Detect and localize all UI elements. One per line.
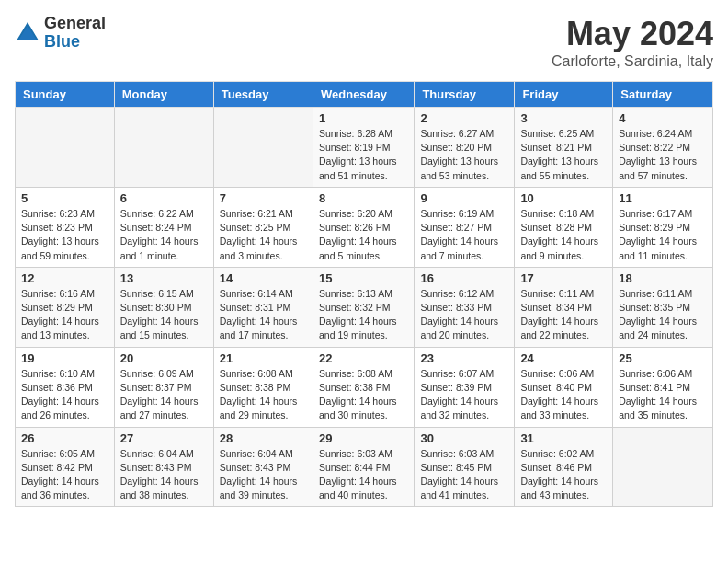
- calendar-cell: 19Sunrise: 6:10 AM Sunset: 8:36 PM Dayli…: [16, 347, 115, 427]
- day-number: 23: [420, 351, 508, 365]
- day-number: 29: [319, 431, 408, 445]
- page-header: General Blue May 2024 Carloforte, Sardin…: [15, 15, 713, 70]
- calendar-cell: 11Sunrise: 6:17 AM Sunset: 8:29 PM Dayli…: [613, 187, 713, 267]
- day-number: 13: [120, 271, 208, 285]
- title-block: May 2024 Carloforte, Sardinia, Italy: [552, 15, 713, 70]
- day-number: 15: [319, 271, 408, 285]
- calendar-cell: 21Sunrise: 6:08 AM Sunset: 8:38 PM Dayli…: [213, 347, 313, 427]
- day-info: Sunrise: 6:23 AM Sunset: 8:23 PM Dayligh…: [21, 207, 108, 263]
- calendar-table: SundayMondayTuesdayWednesdayThursdayFrid…: [15, 81, 713, 507]
- logo-icon: [15, 20, 40, 46]
- day-number: 5: [21, 191, 108, 205]
- calendar-cell: 13Sunrise: 6:15 AM Sunset: 8:30 PM Dayli…: [114, 267, 213, 347]
- calendar-cell: 15Sunrise: 6:13 AM Sunset: 8:32 PM Dayli…: [313, 267, 414, 347]
- day-number: 21: [220, 351, 307, 365]
- day-number: 6: [120, 191, 208, 205]
- day-number: 24: [520, 351, 607, 365]
- calendar-cell: 27Sunrise: 6:04 AM Sunset: 8:43 PM Dayli…: [114, 427, 213, 507]
- day-number: 11: [619, 191, 707, 205]
- day-info: Sunrise: 6:12 AM Sunset: 8:33 PM Dayligh…: [420, 287, 508, 343]
- weekday-header: Monday: [114, 82, 213, 108]
- day-number: 22: [319, 351, 408, 365]
- calendar-cell: 25Sunrise: 6:06 AM Sunset: 8:41 PM Dayli…: [613, 347, 713, 427]
- weekday-header: Tuesday: [213, 82, 313, 108]
- calendar-week-row: 12Sunrise: 6:16 AM Sunset: 8:29 PM Dayli…: [16, 267, 713, 347]
- calendar-cell: 2Sunrise: 6:27 AM Sunset: 8:20 PM Daylig…: [415, 108, 515, 188]
- weekday-header: Wednesday: [313, 82, 414, 108]
- day-number: 30: [420, 431, 508, 445]
- calendar-cell: 4Sunrise: 6:24 AM Sunset: 8:22 PM Daylig…: [613, 108, 713, 188]
- day-info: Sunrise: 6:28 AM Sunset: 8:19 PM Dayligh…: [319, 127, 408, 183]
- calendar-cell: 5Sunrise: 6:23 AM Sunset: 8:23 PM Daylig…: [16, 187, 115, 267]
- weekday-header: Sunday: [16, 82, 115, 108]
- day-number: 10: [520, 191, 607, 205]
- day-number: 9: [420, 191, 508, 205]
- day-number: 28: [220, 431, 307, 445]
- day-info: Sunrise: 6:16 AM Sunset: 8:29 PM Dayligh…: [21, 287, 108, 343]
- calendar-cell: 17Sunrise: 6:11 AM Sunset: 8:34 PM Dayli…: [515, 267, 613, 347]
- day-info: Sunrise: 6:06 AM Sunset: 8:40 PM Dayligh…: [520, 367, 607, 423]
- day-info: Sunrise: 6:13 AM Sunset: 8:32 PM Dayligh…: [319, 287, 408, 343]
- day-info: Sunrise: 6:15 AM Sunset: 8:30 PM Dayligh…: [120, 287, 208, 343]
- calendar-cell: 24Sunrise: 6:06 AM Sunset: 8:40 PM Dayli…: [515, 347, 613, 427]
- calendar-cell: 14Sunrise: 6:14 AM Sunset: 8:31 PM Dayli…: [213, 267, 313, 347]
- day-info: Sunrise: 6:03 AM Sunset: 8:45 PM Dayligh…: [420, 447, 508, 503]
- calendar-cell: 1Sunrise: 6:28 AM Sunset: 8:19 PM Daylig…: [313, 108, 414, 188]
- day-info: Sunrise: 6:18 AM Sunset: 8:28 PM Dayligh…: [520, 207, 607, 263]
- logo-blue-text: Blue: [44, 33, 106, 52]
- day-info: Sunrise: 6:09 AM Sunset: 8:37 PM Dayligh…: [120, 367, 208, 423]
- day-info: Sunrise: 6:04 AM Sunset: 8:43 PM Dayligh…: [120, 447, 208, 503]
- day-number: 17: [520, 271, 607, 285]
- calendar-cell: 3Sunrise: 6:25 AM Sunset: 8:21 PM Daylig…: [515, 108, 613, 188]
- logo-general-text: General: [44, 15, 106, 33]
- calendar-cell: [114, 108, 213, 188]
- day-info: Sunrise: 6:24 AM Sunset: 8:22 PM Dayligh…: [619, 127, 707, 183]
- calendar-week-row: 5Sunrise: 6:23 AM Sunset: 8:23 PM Daylig…: [16, 187, 713, 267]
- day-info: Sunrise: 6:03 AM Sunset: 8:44 PM Dayligh…: [319, 447, 408, 503]
- month-title: May 2024: [552, 15, 713, 53]
- calendar-week-row: 1Sunrise: 6:28 AM Sunset: 8:19 PM Daylig…: [16, 108, 713, 188]
- calendar-cell: 28Sunrise: 6:04 AM Sunset: 8:43 PM Dayli…: [213, 427, 313, 507]
- calendar-week-row: 26Sunrise: 6:05 AM Sunset: 8:42 PM Dayli…: [16, 427, 713, 507]
- day-number: 14: [220, 271, 307, 285]
- weekday-header: Friday: [515, 82, 613, 108]
- day-info: Sunrise: 6:20 AM Sunset: 8:26 PM Dayligh…: [319, 207, 408, 263]
- calendar-cell: 23Sunrise: 6:07 AM Sunset: 8:39 PM Dayli…: [415, 347, 515, 427]
- day-number: 19: [21, 351, 108, 365]
- day-info: Sunrise: 6:10 AM Sunset: 8:36 PM Dayligh…: [21, 367, 108, 423]
- day-info: Sunrise: 6:14 AM Sunset: 8:31 PM Dayligh…: [220, 287, 307, 343]
- day-info: Sunrise: 6:27 AM Sunset: 8:20 PM Dayligh…: [420, 127, 508, 183]
- calendar-cell: [16, 108, 115, 188]
- day-info: Sunrise: 6:19 AM Sunset: 8:27 PM Dayligh…: [420, 207, 508, 263]
- day-info: Sunrise: 6:21 AM Sunset: 8:25 PM Dayligh…: [220, 207, 307, 263]
- day-number: 1: [319, 111, 408, 125]
- day-number: 7: [220, 191, 307, 205]
- day-info: Sunrise: 6:05 AM Sunset: 8:42 PM Dayligh…: [21, 447, 108, 503]
- day-info: Sunrise: 6:11 AM Sunset: 8:34 PM Dayligh…: [520, 287, 607, 343]
- day-number: 16: [420, 271, 508, 285]
- calendar-cell: 9Sunrise: 6:19 AM Sunset: 8:27 PM Daylig…: [415, 187, 515, 267]
- calendar-cell: 10Sunrise: 6:18 AM Sunset: 8:28 PM Dayli…: [515, 187, 613, 267]
- calendar-cell: [213, 108, 313, 188]
- day-info: Sunrise: 6:02 AM Sunset: 8:46 PM Dayligh…: [520, 447, 607, 503]
- calendar-cell: 31Sunrise: 6:02 AM Sunset: 8:46 PM Dayli…: [515, 427, 613, 507]
- calendar-cell: 12Sunrise: 6:16 AM Sunset: 8:29 PM Dayli…: [16, 267, 115, 347]
- day-number: 18: [619, 271, 707, 285]
- day-number: 8: [319, 191, 408, 205]
- day-number: 2: [420, 111, 508, 125]
- day-info: Sunrise: 6:08 AM Sunset: 8:38 PM Dayligh…: [319, 367, 408, 423]
- day-number: 20: [120, 351, 208, 365]
- calendar-cell: 22Sunrise: 6:08 AM Sunset: 8:38 PM Dayli…: [313, 347, 414, 427]
- calendar-cell: 26Sunrise: 6:05 AM Sunset: 8:42 PM Dayli…: [16, 427, 115, 507]
- day-info: Sunrise: 6:07 AM Sunset: 8:39 PM Dayligh…: [420, 367, 508, 423]
- day-number: 27: [120, 431, 208, 445]
- day-number: 12: [21, 271, 108, 285]
- day-number: 4: [619, 111, 707, 125]
- calendar-cell: 6Sunrise: 6:22 AM Sunset: 8:24 PM Daylig…: [114, 187, 213, 267]
- day-number: 31: [520, 431, 607, 445]
- day-info: Sunrise: 6:22 AM Sunset: 8:24 PM Dayligh…: [120, 207, 208, 263]
- location-title: Carloforte, Sardinia, Italy: [552, 53, 713, 70]
- day-info: Sunrise: 6:17 AM Sunset: 8:29 PM Dayligh…: [619, 207, 707, 263]
- day-info: Sunrise: 6:08 AM Sunset: 8:38 PM Dayligh…: [220, 367, 307, 423]
- day-number: 25: [619, 351, 707, 365]
